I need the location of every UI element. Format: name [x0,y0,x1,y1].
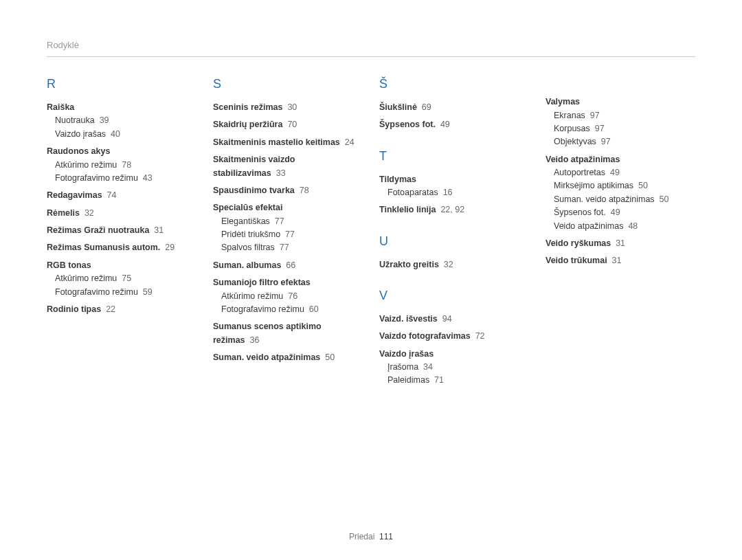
index-entry-head-text: Skaidrių peržiūra [213,120,282,129]
index-entry: Suman. veido atpažinimas 50 [213,351,363,364]
index-subentry-label: Spalvos filtras [221,243,275,252]
index-subentry[interactable]: Fotoaparatas 16 [379,186,529,199]
footer-label: Priedai [349,532,374,541]
index-entry-head[interactable]: Suman. albumas 66 [213,259,363,272]
index-entry-page: 24 [345,137,355,147]
index-subentry[interactable]: Objektyvas 97 [546,135,695,148]
index-entry: TildymasFotoaparatas 16 [379,173,529,200]
index-entry-head-text: Užrakto greitis [379,260,439,269]
index-subentry-page: 43 [143,173,153,183]
index-entry-head-text: Suman. albumas [213,260,281,270]
index-entry-head[interactable]: RGB tonas [47,259,196,272]
index-entry-head-text: Sumaniojo filtro efektas [213,278,311,287]
index-entry-head[interactable]: Redagavimas 74 [47,189,196,202]
index-entry-head[interactable]: Vaizd. išvestis 94 [379,313,529,326]
index-entry-head[interactable]: Valymas [546,96,695,109]
index-entry-page: 33 [276,168,286,178]
index-entry-head[interactable]: Užrakto greitis 32 [379,258,529,271]
index-entry-head[interactable]: Režimas Sumanusis autom. 29 [47,241,196,254]
index-subentry[interactable]: Pridėti triukšmo 77 [213,228,363,241]
index-subentry[interactable]: Atkūrimo režimu 78 [47,159,196,172]
index-subentry[interactable]: Vaizdo įrašas 40 [47,128,196,141]
index-subentry-page: 75 [122,273,131,283]
index-subentry[interactable]: Ekranas 97 [546,109,695,122]
index-entry-head[interactable]: Raiška [47,101,196,114]
index-subentry[interactable]: Autoportretas 49 [546,166,695,179]
index-subentry[interactable]: Korpusas 97 [546,122,695,135]
index-subentry-label: Suman. veido atpažinimas [554,194,655,204]
index-entry-head-text: Skaitmeninis mastelio keitimas [213,137,340,147]
index-subentry-page: 60 [309,304,319,314]
index-subentry[interactable]: Elegantiškas 77 [213,215,363,228]
index-entry-head[interactable]: Spausdinimo tvarka 78 [213,184,363,197]
index-letter: T [379,147,529,166]
index-entry-head[interactable]: Raudonos akys [47,145,196,158]
index-subentry[interactable]: Veido atpažinimas 48 [546,220,695,233]
index-entry-head[interactable]: Vaizdo fotografavimas 72 [379,330,529,343]
index-entry-page: 36 [250,335,260,345]
index-entry-page: 31 [616,238,625,248]
index-entry: Raudonos akysAtkūrimo režimu 78Fotografa… [47,145,196,185]
index-subentry[interactable]: Įrašoma 34 [379,361,529,374]
index-entry-head-text: Veido atpažinimas [546,155,620,164]
index-subentry[interactable]: Atkūrimo režimu 76 [213,290,363,303]
index-entry-head[interactable]: Sumanus scenos aptikimo režimas 36 [213,320,363,347]
index-subentry-page: 49 [610,168,620,177]
index-entry-head[interactable]: Sceninis režimas 30 [213,101,363,114]
index-entry-head[interactable]: Šypsenos fot. 49 [379,118,529,131]
index-subentry-label: Fotografavimo režimu [55,287,138,297]
index-entry: ValymasEkranas 97Korpusas 97Objektyvas 9… [546,96,695,149]
index-entry-head[interactable]: Skaidrių peržiūra 70 [213,118,363,131]
index-subentry-label: Fotografavimo režimu [55,173,138,183]
index-subentry[interactable]: Nuotrauka 39 [47,114,196,127]
index-entry-head-text: Veido ryškumas [546,238,611,248]
index-entry-head[interactable]: Tinklelio linija 22, 92 [379,203,529,216]
index-entry-head[interactable]: Suman. veido atpažinimas 50 [213,351,363,364]
index-subentry[interactable]: Mirksėjimo aptikimas 50 [546,179,695,192]
index-entry: Specialūs efektaiElegantiškas 77Pridėti … [213,201,363,255]
index-subentry[interactable]: Paleidimas 71 [379,374,529,387]
index-entry-head-text: Tinklelio linija [379,205,436,214]
index-entry: Šypsenos fot. 49 [379,118,529,131]
index-subentry-page: 50 [660,194,669,204]
index-subentry-label: Autoportretas [554,168,605,177]
index-entry-head[interactable]: Rėmelis 32 [47,207,196,220]
index-subentry-label: Korpusas [554,124,590,133]
index-entry-head[interactable]: Specialūs efektai [213,201,363,214]
index-subentry[interactable]: Spalvos filtras 77 [213,241,363,254]
index-entry-page: 31 [154,225,164,235]
index-entry: Veido ryškumas 31 [546,237,695,250]
index-entry-head[interactable]: Režimas Graži nuotrauka 31 [47,224,196,237]
index-entry-head-text: Redagavimas [47,190,102,200]
index-entry-page: 32 [85,208,94,218]
index-entry-head-text: Vaizdo fotografavimas [379,331,471,341]
index-entry-head[interactable]: Vaizdo įrašas [379,348,529,361]
index-subentry-label: Elegantiškas [221,216,270,226]
index-entry-head[interactable]: Tildymas [379,173,529,186]
index-subentry[interactable]: Šypsenos fot. 49 [546,206,695,219]
index-entry-page: 29 [165,243,175,252]
index-entry-head[interactable]: Veido atpažinimas [546,153,695,166]
index-entry-head[interactable]: Skaitmeninis vaizdo stabilizavimas 33 [213,153,363,180]
index-entry-head[interactable]: Rodinio tipas 22 [47,303,196,316]
index-subentry[interactable]: Atkūrimo režimu 75 [47,272,196,285]
index-subentry[interactable]: Fotografavimo režimu 43 [47,172,196,185]
index-subentry-page: 78 [122,160,131,170]
index-entry-head[interactable]: Veido trūkumai 31 [546,254,695,267]
index-subentry[interactable]: Fotografavimo režimu 59 [47,286,196,299]
index-entry-head[interactable]: Šiukšlinė 69 [379,101,529,114]
index-subentry[interactable]: Suman. veido atpažinimas 50 [546,193,695,206]
index-entry-head-text: Rėmelis [47,208,80,218]
index-column: ValymasEkranas 97Korpusas 97Objektyvas 9… [546,69,695,392]
index-column: RRaiškaNuotrauka 39Vaizdo įrašas 40Raudo… [47,69,196,392]
index-entry-head-text: Rodinio tipas [47,304,101,314]
index-entry-head[interactable]: Veido ryškumas 31 [546,237,695,250]
index-entry: Skaitmeninis vaizdo stabilizavimas 33 [213,153,363,180]
index-subentry-page: 77 [285,229,295,239]
index-entry-head[interactable]: Skaitmeninis mastelio keitimas 24 [213,136,363,149]
index-subentry-label: Ekranas [554,111,585,120]
index-letter: V [379,287,529,306]
index-subentry[interactable]: Fotografavimo režimu 60 [213,303,363,316]
index-entry-head-text: Suman. veido atpažinimas [213,352,320,362]
index-entry-head[interactable]: Sumaniojo filtro efektas [213,276,363,289]
